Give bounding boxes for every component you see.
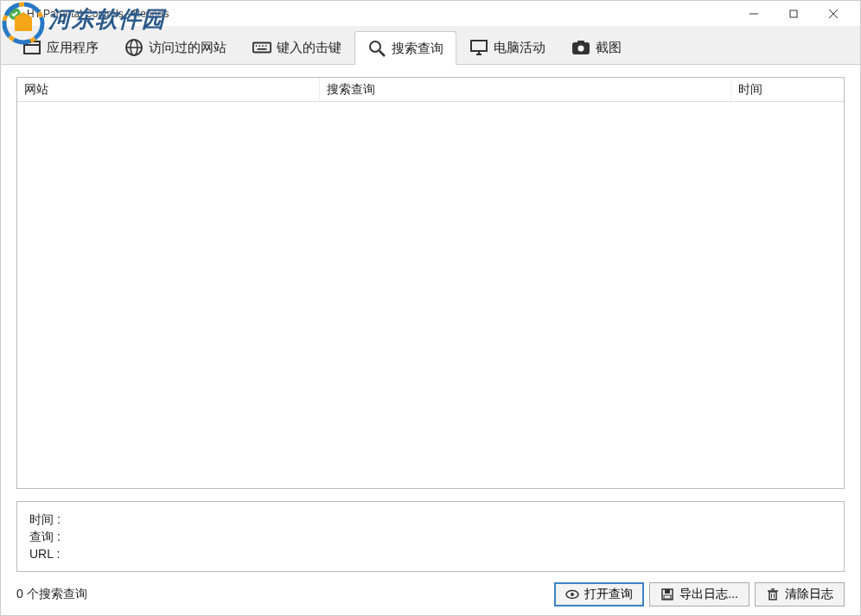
tab-keystrokes[interactable]: 键入的击键 <box>239 30 354 64</box>
export-log-button[interactable]: 导出日志... <box>649 582 749 606</box>
tab-label: 应用程序 <box>47 40 99 56</box>
svg-rect-20 <box>471 41 487 51</box>
tab-label: 截图 <box>596 40 622 56</box>
svg-line-19 <box>379 51 385 56</box>
svg-rect-12 <box>253 43 271 53</box>
svg-rect-4 <box>790 10 797 17</box>
svg-point-18 <box>370 41 380 52</box>
svg-point-15 <box>262 45 264 47</box>
save-icon <box>660 587 674 601</box>
close-icon <box>829 10 838 18</box>
eye-icon <box>565 587 579 601</box>
maximize-icon <box>789 10 798 18</box>
svg-rect-31 <box>769 592 776 600</box>
detail-panel: 时间 : 查询 : URL : <box>16 501 845 572</box>
tab-label: 键入的击键 <box>277 40 341 56</box>
close-button[interactable] <box>813 1 853 27</box>
svg-point-13 <box>256 45 258 47</box>
svg-rect-17 <box>258 48 267 50</box>
svg-point-24 <box>578 46 584 52</box>
column-query[interactable]: 搜索查询 <box>320 78 731 101</box>
button-label: 清除日志 <box>785 587 833 602</box>
bottom-bar: 0 个搜索查询 打开查询 导出日志... <box>16 572 845 606</box>
tab-search[interactable]: 搜索查询 <box>354 31 456 65</box>
svg-rect-7 <box>24 41 40 54</box>
trash-icon <box>766 587 780 601</box>
window-title: HT Parental Controls - Reports <box>27 8 169 20</box>
detail-time-row: 时间 : <box>29 512 832 528</box>
detail-url-row: URL : <box>29 547 832 561</box>
svg-point-27 <box>571 593 574 596</box>
maximize-button[interactable] <box>774 1 813 27</box>
tab-screenshots[interactable]: 截图 <box>558 30 635 64</box>
status-count: 0 个搜索查询 <box>16 587 87 602</box>
results-table: 网站 搜索查询 时间 <box>16 77 845 489</box>
camera-icon <box>571 38 590 57</box>
detail-url-label: URL : <box>29 547 60 561</box>
detail-query-label: 查询 : <box>29 530 61 545</box>
minimize-icon <box>749 10 758 18</box>
keyboard-icon <box>252 38 271 57</box>
tab-bar: 应用程序 访问过的网站 键入的击键 搜索查询 电脑活动 <box>1 27 860 65</box>
detail-query-row: 查询 : <box>29 530 832 545</box>
svg-point-14 <box>258 45 260 47</box>
globe-icon <box>124 38 144 57</box>
tab-label: 电脑活动 <box>494 40 545 56</box>
detail-time-label: 时间 : <box>29 512 61 528</box>
monitor-icon <box>469 38 488 57</box>
clear-log-button[interactable]: 清除日志 <box>755 582 845 606</box>
titlebar: HT Parental Controls - Reports <box>1 1 860 27</box>
tab-websites[interactable]: 访问过的网站 <box>112 30 239 64</box>
open-query-button[interactable]: 打开查询 <box>554 582 644 606</box>
minimize-button[interactable] <box>734 1 774 27</box>
svg-rect-29 <box>665 589 670 594</box>
tab-activity[interactable]: 电脑活动 <box>456 30 558 64</box>
tab-label: 访问过的网站 <box>149 40 226 56</box>
svg-point-16 <box>265 45 267 47</box>
button-label: 打开查询 <box>584 587 633 602</box>
app-icon <box>8 7 22 21</box>
tab-label: 搜索查询 <box>392 41 443 57</box>
column-time[interactable]: 时间 <box>731 78 844 101</box>
window-icon <box>22 38 41 57</box>
tab-applications[interactable]: 应用程序 <box>10 30 112 64</box>
window-controls <box>734 1 853 27</box>
table-body[interactable] <box>17 102 844 488</box>
column-site[interactable]: 网站 <box>17 78 320 101</box>
search-icon <box>367 39 386 58</box>
button-label: 导出日志... <box>679 587 738 602</box>
content-area: 网站 搜索查询 时间 时间 : 查询 : URL : 0 个搜索查询 <box>1 65 860 615</box>
action-buttons: 打开查询 导出日志... 清除日志 <box>554 582 845 606</box>
table-header: 网站 搜索查询 时间 <box>17 78 844 102</box>
svg-rect-30 <box>664 595 671 599</box>
svg-rect-25 <box>577 41 584 44</box>
app-window: 河东软件园 HT Parental Controls - Reports 应用程… <box>0 0 861 616</box>
